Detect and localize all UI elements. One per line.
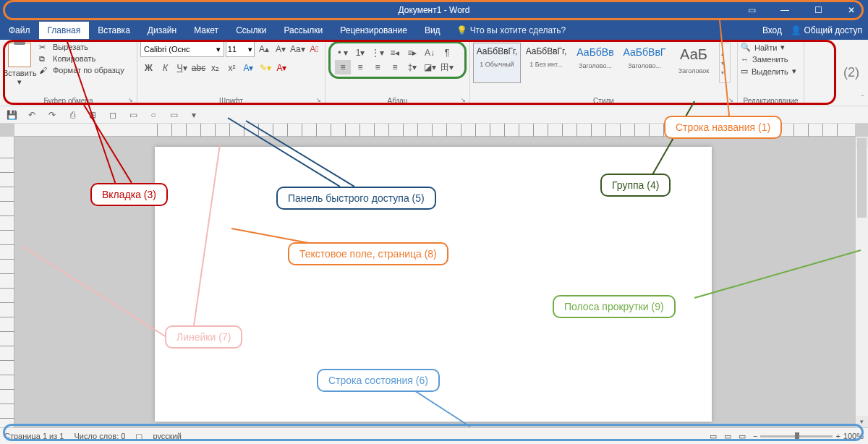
page-number[interactable]: Страница 1 из 1	[4, 432, 64, 440]
format-painter-button[interactable]: 🖌Формат по образцу	[39, 64, 124, 76]
line-spacing-icon[interactable]: ‡▾	[404, 60, 420, 74]
align-right-icon[interactable]: ≡	[370, 60, 386, 74]
subscript-button[interactable]: x₂	[207, 60, 224, 76]
qat-more-icon[interactable]: ▾	[187, 108, 201, 121]
highlight-icon[interactable]: ✎▾	[257, 60, 273, 76]
bold-button[interactable]: Ж	[140, 60, 157, 76]
text-effects-icon[interactable]: A▾	[240, 60, 257, 76]
scroll-down-icon[interactable]: ▾	[856, 416, 868, 427]
group-font: Calibri (Оснс▾ 11▾ A▴ A▾ Aa▾ Aͮ Ж К Ч▾ a…	[137, 40, 326, 106]
tab-insert[interactable]: Вставка	[89, 22, 139, 39]
tab-design[interactable]: Дизайн	[139, 22, 185, 39]
copy-button[interactable]: ⧉Копировать	[39, 53, 124, 64]
font-color-icon[interactable]: A▾	[273, 60, 290, 76]
undo-icon[interactable]: ↶	[25, 108, 39, 121]
style-title[interactable]: АаБЗаголовок	[670, 43, 718, 83]
dialog-launcher-icon[interactable]: ↘	[728, 97, 736, 104]
change-case-icon[interactable]: Aa▾	[290, 41, 305, 57]
callout-group: Группа (4)	[600, 174, 671, 197]
zoom-slider[interactable]: −+ 100%	[753, 432, 864, 440]
increase-font-icon[interactable]: A▴	[256, 41, 271, 57]
show-marks-icon[interactable]: ¶	[439, 46, 455, 60]
vertical-scrollbar[interactable]: ▴ ▾	[855, 137, 868, 427]
dialog-launcher-icon[interactable]: ↘	[128, 97, 135, 104]
style-heading1[interactable]: АаБбВвЗаголово...	[571, 43, 619, 83]
justify-icon[interactable]: ≡	[387, 60, 403, 74]
printlayout-icon[interactable]: ▭	[724, 432, 731, 441]
tab-view[interactable]: Вид	[416, 22, 449, 39]
weblayout-icon[interactable]: ▭	[739, 432, 746, 441]
callout-page: Текстовое поле, страница (8)	[288, 242, 448, 265]
minimize-icon[interactable]: —	[768, 0, 801, 20]
replace-button[interactable]: ↔ Заменить	[741, 54, 801, 65]
group-label: Стили	[470, 97, 737, 105]
sort-icon[interactable]: A↓	[422, 46, 438, 60]
qat-btn[interactable]: ⊞	[85, 108, 100, 121]
callout-titlebar: Строка названия (1)	[664, 116, 782, 139]
qat-btn[interactable]: ▭	[126, 108, 140, 121]
decrease-font-icon[interactable]: A▾	[273, 41, 289, 57]
italic-button[interactable]: К	[157, 60, 174, 76]
vertical-ruler[interactable]	[0, 137, 14, 427]
clear-format-icon[interactable]: Aͮ	[307, 41, 322, 57]
align-center-icon[interactable]: ≡	[352, 60, 368, 74]
redo-icon[interactable]: ↷	[45, 108, 59, 121]
style-heading2[interactable]: АаБбВвГЗаголово...	[621, 43, 668, 83]
readmode-icon[interactable]: ▭	[710, 432, 717, 441]
superscript-button[interactable]: x²	[224, 60, 240, 76]
qat-btn[interactable]: ⎙	[65, 108, 80, 121]
save-icon[interactable]: 💾	[4, 108, 19, 121]
tab-layout[interactable]: Макет	[185, 22, 227, 39]
paste-button[interactable]: Вставить ▾	[3, 41, 36, 87]
tab-links[interactable]: Ссылки	[227, 22, 275, 39]
scroll-thumb[interactable]	[857, 138, 867, 218]
font-name-select[interactable]: Calibri (Оснс▾	[140, 41, 224, 57]
group-paragraph: • ▾ 1▾ ⋮▾ ≡◂ ≡▸ A↓ ¶ ≡ ≡ ≡ ≡ ‡▾ ◪▾ 田▾ Аб…	[326, 40, 470, 106]
dialog-launcher-icon[interactable]: ↘	[316, 97, 323, 104]
font-size-select[interactable]: 11▾	[226, 41, 255, 57]
strike-button[interactable]: abc	[190, 60, 207, 76]
style-normal[interactable]: АаБбВвГг,1 Обычный	[473, 43, 521, 83]
scissors-icon: ✂	[39, 43, 49, 51]
zoom-value[interactable]: 100%	[843, 432, 864, 440]
status-bar: Страница 1 из 1 Число слов: 0 ▢ русский …	[0, 427, 868, 444]
cut-button[interactable]: ✂Вырезать	[39, 41, 124, 53]
style-nospacing[interactable]: АаБбВвГг,1 Без инт...	[522, 43, 570, 83]
group-editing: 🔍 Найти ▾ ↔ Заменить ▭ Выделить ▾ Редакт…	[738, 40, 804, 106]
multilevel-icon[interactable]: ⋮▾	[370, 46, 386, 60]
find-button[interactable]: 🔍 Найти ▾	[741, 41, 801, 54]
word-count[interactable]: Число слов: 0	[74, 432, 125, 440]
title-bar: Документ1 - Word ▭ — ☐ ✕	[0, 0, 868, 20]
share-button[interactable]: 👤 Общий доступ	[791, 25, 862, 35]
outdent-icon[interactable]: ≡◂	[387, 46, 403, 60]
shading-icon[interactable]: ◪▾	[422, 60, 438, 74]
indent-icon[interactable]: ≡▸	[404, 46, 420, 60]
close-icon[interactable]: ✕	[835, 0, 868, 20]
bullets-icon[interactable]: • ▾	[335, 46, 351, 60]
tell-me[interactable]: 💡 Что вы хотите сделать?	[456, 25, 566, 35]
styles-more[interactable]: ▴▾▾	[719, 43, 731, 83]
ribbon-display-icon[interactable]: ▭	[735, 0, 768, 20]
qat-btn[interactable]: ▭	[166, 108, 181, 121]
paste-icon	[8, 43, 31, 67]
qat-btn[interactable]: ○	[146, 108, 161, 121]
select-button[interactable]: ▭ Выделить ▾	[741, 65, 801, 77]
group-label: Абзац	[326, 97, 469, 105]
collapse-ribbon-icon[interactable]: ˇ	[861, 95, 864, 103]
dialog-launcher-icon[interactable]: ↘	[461, 97, 468, 104]
numbering-icon[interactable]: 1▾	[352, 46, 368, 60]
align-left-icon[interactable]: ≡	[335, 60, 351, 74]
underline-button[interactable]: Ч▾	[174, 60, 190, 76]
tab-mailings[interactable]: Рассылки	[275, 22, 331, 39]
tab-home[interactable]: Главная	[39, 22, 90, 39]
maximize-icon[interactable]: ☐	[801, 0, 835, 20]
tab-file[interactable]: Файл	[0, 22, 39, 39]
sign-in[interactable]: Вход	[762, 25, 782, 35]
ribbon: Вставить ▾ ✂Вырезать ⧉Копировать 🖌Формат…	[0, 40, 868, 106]
qat-btn[interactable]: ◻	[106, 108, 120, 121]
tab-review[interactable]: Рецензирование	[331, 22, 416, 39]
language[interactable]: русский	[153, 432, 181, 440]
borders-icon[interactable]: 田▾	[439, 60, 455, 74]
callout-scroll: Полоса прокрутки (9)	[553, 295, 676, 318]
proofing-icon[interactable]: ▢	[135, 432, 142, 441]
